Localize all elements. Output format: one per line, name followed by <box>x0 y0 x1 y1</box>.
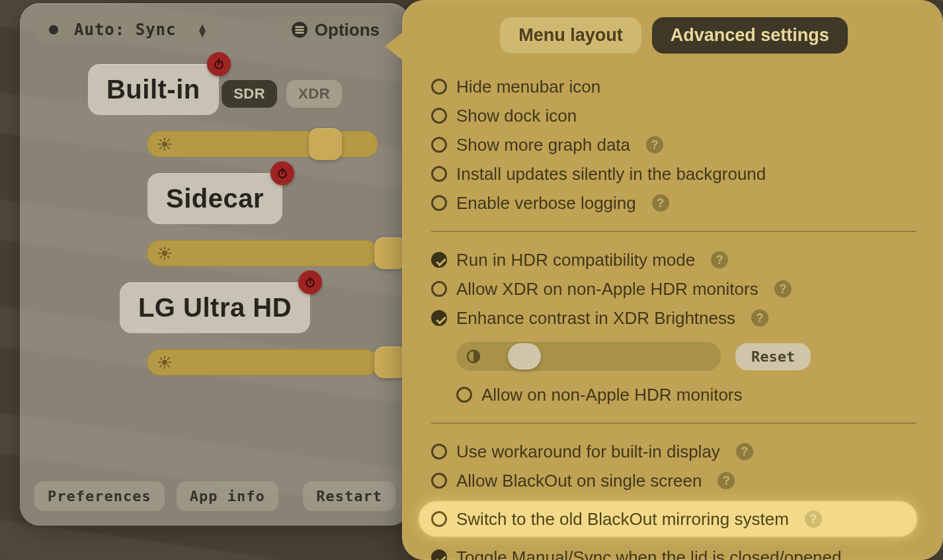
radio-icon <box>431 473 447 489</box>
display-card[interactable]: LG Ultra HD <box>120 282 310 333</box>
display-card[interactable]: Built-in <box>88 64 219 115</box>
radio-icon <box>431 549 447 560</box>
highlighted-option: Switch to the old BlackOut mirroring sys… <box>419 502 917 536</box>
divider <box>431 422 917 424</box>
svg-line-33 <box>160 358 161 359</box>
svg-line-25 <box>168 249 169 250</box>
restart-button[interactable]: Restart <box>303 481 395 511</box>
svg-line-14 <box>168 140 169 141</box>
opt-label: Use workaround for built-in display <box>456 441 720 462</box>
opt-enhance-contrast-xdr[interactable]: Enhance contrast in XDR Brightness ? <box>431 307 917 329</box>
svg-point-28 <box>162 360 167 365</box>
brightness-slider-lg[interactable] <box>147 349 378 376</box>
footer-row: Preferences App info Restart <box>34 481 395 511</box>
opt-toggle-manual-sync-lid[interactable]: Toggle Manual/Sync when the lid is close… <box>431 547 917 560</box>
brightness-thumb[interactable] <box>309 128 342 160</box>
opt-hdr-compat-mode[interactable]: Run in HDR compatibility mode ? <box>431 249 917 270</box>
radio-icon <box>431 444 447 460</box>
opt-enable-verbose-logging[interactable]: Enable verbose logging ? <box>431 192 917 214</box>
svg-line-12 <box>168 147 169 149</box>
display-block-sidecar: Sidecar <box>34 173 395 266</box>
contrast-slider-row: Reset <box>456 342 917 371</box>
brightness-icon <box>157 137 172 151</box>
opt-label: Hide menubar icon <box>456 76 600 97</box>
display-name: Built-in <box>106 75 200 104</box>
opt-hide-menubar-icon[interactable]: Hide menubar icon <box>431 76 917 97</box>
brightness-slider-sidecar[interactable] <box>147 240 378 266</box>
help-icon[interactable]: ? <box>774 280 792 298</box>
help-icon[interactable]: ? <box>646 136 663 153</box>
display-name: LG Ultra HD <box>138 293 292 323</box>
contrast-icon <box>466 348 481 364</box>
opt-label: Install updates silently in the backgrou… <box>456 163 766 184</box>
opt-label: Run in HDR compatibility mode <box>456 249 695 270</box>
preferences-button[interactable]: Preferences <box>34 481 165 511</box>
opt-label: Enable verbose logging <box>456 192 636 214</box>
reset-button[interactable]: Reset <box>735 343 811 370</box>
popover-tabs: Menu layout Advanced settings <box>431 17 917 54</box>
power-icon[interactable] <box>270 161 294 185</box>
opt-label: Show dock icon <box>456 105 577 126</box>
tab-advanced-settings[interactable]: Advanced settings <box>652 17 848 54</box>
opt-label: Allow XDR on non-Apple HDR monitors <box>456 278 758 300</box>
help-icon[interactable]: ? <box>652 194 669 212</box>
svg-line-35 <box>160 366 161 367</box>
help-icon[interactable]: ? <box>805 510 822 528</box>
help-icon[interactable]: ? <box>751 309 768 327</box>
options-button[interactable]: Options <box>275 15 395 44</box>
opt-label: Toggle Manual/Sync when the lid is close… <box>456 547 842 560</box>
help-icon[interactable]: ? <box>718 472 735 489</box>
opt-allow-xdr-non-apple[interactable]: Allow XDR on non-Apple HDR monitors ? <box>431 278 917 300</box>
opt-blackout-single[interactable]: Allow BlackOut on single screen ? <box>431 470 917 491</box>
app-menu-panel: Auto: Sync ▴▾ Options Built-in SDR XDR <box>20 3 410 526</box>
options-popover: Menu layout Advanced settings Hide menub… <box>402 0 943 560</box>
list-icon <box>291 21 308 38</box>
opt-allow-non-apple-hdr[interactable]: Allow on non-Apple HDR monitors <box>456 384 917 405</box>
updown-chevron-icon: ▴▾ <box>199 23 206 36</box>
opt-label: Show more graph data <box>456 134 630 155</box>
app-info-button[interactable]: App info <box>177 481 278 511</box>
brightness-icon <box>157 246 172 260</box>
mode-selector[interactable]: Auto: Sync ▴▾ <box>34 15 218 44</box>
top-row: Auto: Sync ▴▾ Options <box>34 15 395 44</box>
settings-list: Hide menubar icon Show dock icon Show mo… <box>431 76 917 560</box>
svg-point-6 <box>162 141 167 147</box>
opt-workaround-builtin[interactable]: Use workaround for built-in display ? <box>431 441 917 462</box>
radio-icon <box>431 252 447 268</box>
opt-label: Allow BlackOut on single screen <box>456 470 702 491</box>
display-block-builtin: Built-in SDR XDR <box>34 64 395 157</box>
power-icon[interactable] <box>298 270 322 294</box>
opt-label: Allow on non-Apple HDR monitors <box>481 384 743 405</box>
radio-icon <box>456 387 472 403</box>
svg-line-23 <box>168 257 169 258</box>
opt-show-more-graph-data[interactable]: Show more graph data ? <box>431 134 917 155</box>
opt-show-dock-icon[interactable]: Show dock icon <box>431 105 917 126</box>
contrast-slider[interactable] <box>456 342 721 371</box>
svg-line-22 <box>160 249 161 250</box>
opt-label: Enhance contrast in XDR Brightness <box>456 307 735 329</box>
brightness-slider-builtin[interactable] <box>147 131 378 157</box>
svg-line-13 <box>160 147 161 149</box>
contrast-thumb[interactable] <box>508 343 541 370</box>
options-label: Options <box>315 20 380 40</box>
opt-old-blackout-mirroring[interactable]: Switch to the old BlackOut mirroring sys… <box>431 508 902 530</box>
display-name: Sidecar <box>166 184 264 214</box>
svg-line-24 <box>160 257 161 258</box>
radio-icon <box>431 79 447 95</box>
radio-icon <box>431 195 447 211</box>
display-card[interactable]: Sidecar <box>147 173 282 224</box>
radio-icon <box>431 310 447 326</box>
brightness-icon <box>157 355 172 370</box>
radio-icon <box>431 511 447 527</box>
power-icon[interactable] <box>207 52 231 76</box>
svg-line-34 <box>168 366 169 367</box>
tab-menu-layout[interactable]: Menu layout <box>500 17 641 54</box>
display-block-lg: LG Ultra HD <box>34 282 395 376</box>
mode-label: Auto: Sync <box>74 20 177 39</box>
sdr-button[interactable]: SDR <box>222 80 277 108</box>
radio-icon <box>431 108 447 124</box>
xdr-button[interactable]: XDR <box>286 80 342 108</box>
help-icon[interactable]: ? <box>711 251 728 268</box>
help-icon[interactable]: ? <box>736 443 753 460</box>
opt-install-updates-background[interactable]: Install updates silently in the backgrou… <box>431 163 917 184</box>
